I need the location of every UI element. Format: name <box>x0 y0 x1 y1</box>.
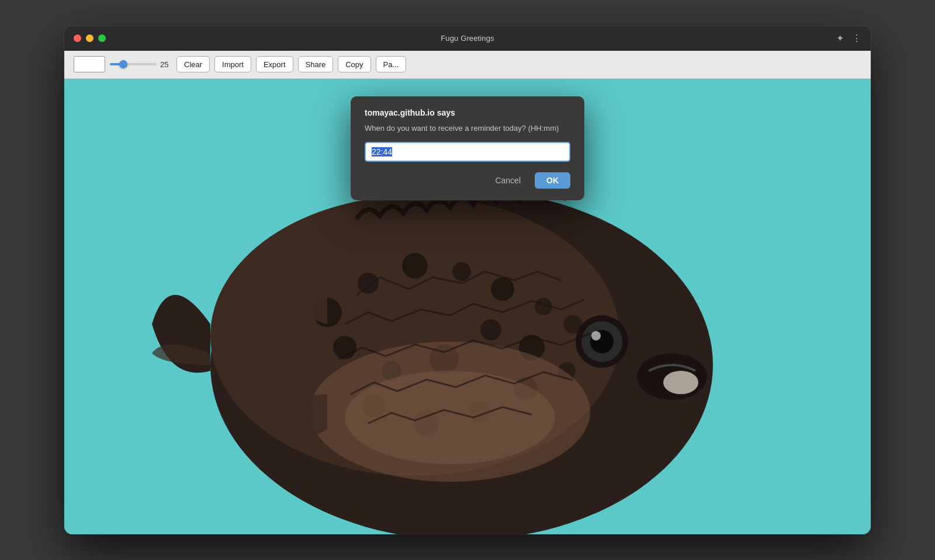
extensions-icon[interactable]: ✦ <box>836 33 844 44</box>
paste-button[interactable]: Pa... <box>376 56 407 72</box>
dialog-buttons: Cancel OK <box>365 172 570 189</box>
title-bar: Fugu Greetings ✦ ⋮ <box>64 26 871 51</box>
reminder-time-input[interactable] <box>365 142 570 162</box>
minimize-button[interactable] <box>86 34 94 42</box>
cancel-button[interactable]: Cancel <box>487 172 529 189</box>
prompt-dialog: tomayac.github.io says When do you want … <box>351 96 584 200</box>
toolbar: 25 Clear Import Export Share Copy Pa... <box>64 51 871 79</box>
stroke-preview <box>74 56 105 72</box>
title-bar-actions: ✦ ⋮ <box>836 33 861 44</box>
ok-button[interactable]: OK <box>535 172 570 189</box>
copy-button[interactable]: Copy <box>338 56 370 72</box>
window-title: Fugu Greetings <box>441 34 494 43</box>
export-button[interactable]: Export <box>256 56 293 72</box>
clear-button[interactable]: Clear <box>176 56 210 72</box>
maximize-button[interactable] <box>98 34 106 42</box>
dialog-overlay: tomayac.github.io says When do you want … <box>64 79 871 534</box>
brush-size-slider[interactable] <box>110 63 157 65</box>
traffic-lights <box>74 34 106 42</box>
menu-icon[interactable]: ⋮ <box>852 33 861 44</box>
window-frame: Fugu Greetings ✦ ⋮ 25 Clear Import Expor… <box>64 26 871 534</box>
slider-container: 25 <box>110 60 172 69</box>
slider-value: 25 <box>160 60 172 69</box>
close-button[interactable] <box>74 34 81 42</box>
dialog-title: tomayac.github.io says <box>365 108 570 117</box>
main-content: tomayac.github.io says When do you want … <box>64 79 871 534</box>
share-button[interactable]: Share <box>298 56 334 72</box>
import-button[interactable]: Import <box>214 56 251 72</box>
dialog-message: When do you want to receive a reminder t… <box>365 123 570 134</box>
